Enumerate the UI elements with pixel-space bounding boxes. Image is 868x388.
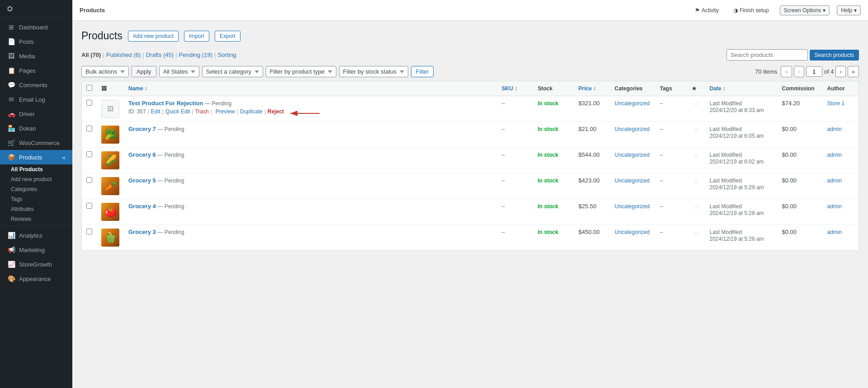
page-number-input[interactable] [806, 66, 822, 77]
product-name-link[interactable]: Test Product For Rejection [128, 100, 203, 107]
edit-link[interactable]: Edit [151, 108, 160, 115]
prev-page-button[interactable]: ‹ [794, 66, 804, 77]
star-toggle[interactable]: ☆ [693, 178, 699, 185]
sidebar-item-products[interactable]: 📦 Products ◀ [0, 150, 72, 164]
star-toggle[interactable]: ☆ [693, 126, 699, 134]
sidebar-item-driver[interactable]: 🚗 Driver [0, 107, 72, 121]
row-checkbox[interactable] [86, 100, 92, 106]
row-checkbox[interactable] [86, 203, 92, 209]
sidebar-sub-categories[interactable]: Categories [0, 184, 72, 194]
category-link[interactable]: Uncategorized [615, 100, 650, 107]
all-states-select[interactable]: All States [159, 66, 199, 77]
sidebar-item-storegrowth[interactable]: 📈 StoreGrowth [0, 257, 72, 271]
status-all-link[interactable]: All (70) [81, 51, 101, 58]
category-link[interactable]: Uncategorized [615, 203, 650, 210]
sidebar-sub-add-new[interactable]: Add new product [0, 174, 72, 184]
status-drafts-link[interactable]: Drafts (45) [146, 51, 174, 58]
product-type-select[interactable]: Filter by product type [266, 66, 336, 77]
category-select[interactable]: Select a category [202, 66, 263, 77]
table-row: 🌽 Grocery 6 — Pending – In stock $544.00… [82, 148, 859, 173]
sidebar-sub-tags[interactable]: Tags [0, 194, 72, 204]
sidebar-item-email-log[interactable]: ✉ Email Log [0, 92, 72, 107]
row-checkbox[interactable] [86, 151, 92, 157]
sidebar-item-dokan[interactable]: 🏪 Dokan [0, 121, 72, 136]
duplicate-link[interactable]: Duplicate [240, 108, 263, 115]
sidebar-item-comments[interactable]: 💬 Comments [0, 78, 72, 92]
sidebar-item-marketing[interactable]: 📢 Marketing [0, 243, 72, 257]
product-name-link[interactable]: Grocery 6 [128, 151, 156, 158]
row-sku-cell: – [497, 199, 533, 225]
search-input[interactable] [726, 49, 808, 61]
category-link[interactable]: Uncategorized [615, 152, 650, 158]
date-sort-link[interactable]: Date ↕ [710, 85, 726, 92]
row-thumb-cell: 🌽 [97, 148, 124, 173]
next-page-button[interactable]: › [835, 66, 845, 77]
search-button[interactable]: Search products [810, 50, 859, 61]
table-row: 🫑 Grocery 3 — Pending – In stock $450.00… [82, 225, 859, 251]
select-all-checkbox[interactable] [86, 85, 92, 91]
preview-link[interactable]: Preview [216, 108, 235, 115]
price-sort-link[interactable]: Price ↕ [579, 85, 596, 92]
sidebar-item-pages[interactable]: 📋 Pages [0, 63, 72, 78]
sidebar-item-media[interactable]: 🖼 Media [0, 49, 72, 63]
star-toggle[interactable]: ☆ [693, 100, 699, 108]
row-commission-cell: $74.20 [778, 96, 823, 122]
finish-setup-button[interactable]: ◑ Finish setup [730, 5, 773, 15]
category-link[interactable]: Uncategorized [615, 229, 650, 235]
sidebar-item-analytics[interactable]: 📊 Analytics [0, 228, 72, 243]
row-checkbox[interactable] [86, 229, 92, 234]
first-page-button[interactable]: « [781, 66, 792, 77]
row-price-cell: $321.00 [574, 96, 610, 122]
author-link[interactable]: Store 1 [827, 100, 845, 107]
quick-edit-link[interactable]: Quick Edit [165, 108, 190, 115]
category-link[interactable]: Uncategorized [615, 126, 650, 132]
name-sort-link[interactable]: Name ↕ [128, 85, 147, 92]
author-link[interactable]: admin [827, 126, 842, 132]
screen-options-button[interactable]: Screen Options ▾ [780, 5, 830, 15]
product-name-link[interactable]: Grocery 7 [128, 126, 156, 132]
trash-link[interactable]: Trash [195, 108, 208, 115]
star-toggle[interactable]: ☆ [693, 203, 699, 211]
sidebar-sub-attributes[interactable]: Attributes [0, 204, 72, 214]
star-toggle[interactable]: ☆ [693, 152, 699, 159]
flag-icon: ⚑ [695, 7, 700, 14]
author-link[interactable]: admin [827, 229, 842, 235]
product-name-link[interactable]: Grocery 5 [128, 177, 156, 184]
status-sorting-link[interactable]: Sorting [217, 51, 236, 58]
status-pending-link[interactable]: Pending (19) [179, 51, 212, 58]
product-name-link[interactable]: Grocery 4 [128, 203, 156, 210]
apply-button[interactable]: Apply [132, 66, 156, 77]
activity-button[interactable]: ⚑ Activity [691, 5, 722, 15]
bulk-actions-select[interactable]: Bulk actions [81, 66, 129, 77]
author-link[interactable]: admin [827, 178, 842, 184]
sidebar-item-appearance[interactable]: 🎨 Appearance [0, 271, 72, 286]
author-link[interactable]: admin [827, 152, 842, 158]
row-price-cell: $544.00 [574, 148, 610, 173]
row-author-cell: Store 1 [823, 96, 859, 122]
row-checkbox[interactable] [86, 126, 92, 131]
reject-link[interactable]: Reject [268, 108, 284, 115]
filter-button[interactable]: Filter [411, 66, 434, 77]
author-link[interactable]: admin [827, 203, 842, 210]
row-date-cell: Last Modified2024/12/19 at 5:26 am [705, 225, 778, 251]
sidebar-sub-reviews[interactable]: Reviews [0, 214, 72, 224]
sidebar-sub-all-products[interactable]: All Products [0, 164, 72, 174]
divider [0, 226, 72, 226]
last-page-button[interactable]: » [848, 66, 859, 77]
sidebar-item-woocommerce[interactable]: 🛒 WooCommerce [0, 136, 72, 150]
row-date-cell: Last Modified2024/12/19 at 6:02 am [705, 148, 778, 173]
export-button[interactable]: Export [215, 31, 241, 42]
stock-status-select[interactable]: Filter by stock status [339, 66, 408, 77]
row-checkbox[interactable] [86, 177, 92, 183]
products-table: 🖼 Name ↕ SKU ↕ Stock Price ↕ Categories … [81, 81, 859, 251]
add-new-product-button[interactable]: Add new product [128, 31, 179, 42]
help-button[interactable]: Help ▾ [837, 5, 861, 15]
status-published-link[interactable]: Published (6) [106, 51, 141, 58]
sku-sort-link[interactable]: SKU ↕ [502, 85, 518, 92]
product-name-link[interactable]: Grocery 3 [128, 229, 156, 235]
sidebar-item-posts[interactable]: 📄 Posts [0, 34, 72, 49]
sidebar-item-dashboard[interactable]: ⊞ Dashboard [0, 20, 72, 34]
star-toggle[interactable]: ☆ [693, 229, 699, 237]
import-button[interactable]: Import [184, 31, 209, 42]
category-link[interactable]: Uncategorized [615, 178, 650, 184]
